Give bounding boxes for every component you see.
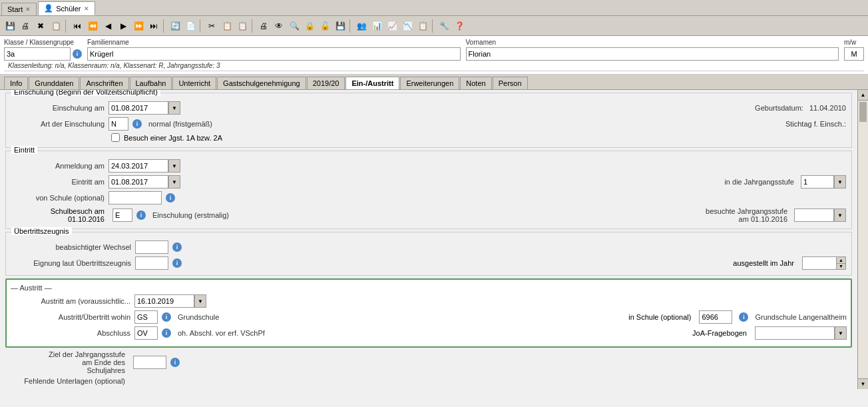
- eintritt-am-input[interactable]: [108, 175, 168, 189]
- eintritt-am-dropdown[interactable]: ▼: [168, 175, 180, 189]
- jahrgangsstufe-input-group: ▼: [801, 175, 846, 189]
- tab-start[interactable]: Start ✕: [1, 3, 37, 15]
- klasse-info-btn[interactable]: i: [73, 49, 82, 59]
- joa-input[interactable]: [755, 326, 835, 340]
- austritt-am-input[interactable]: [134, 294, 194, 308]
- tab-ein-austritt[interactable]: Ein-/Austritt: [345, 77, 399, 89]
- toolbar-lock[interactable]: 🔒: [302, 19, 317, 33]
- anmeldung-am-input[interactable]: [108, 159, 168, 173]
- toolbar-refresh[interactable]: 🔄: [168, 19, 182, 33]
- mw-input[interactable]: [844, 47, 864, 61]
- ausgestellt-input[interactable]: [803, 257, 836, 269]
- jahrgangsstufe-dropdown[interactable]: ▼: [834, 175, 846, 189]
- toolbar-chart2[interactable]: 📈: [385, 19, 399, 33]
- scrollbar[interactable]: ▲ ▼: [857, 90, 868, 389]
- art-einschulung-input[interactable]: [108, 117, 128, 131]
- tab-schueler-close[interactable]: ✕: [84, 5, 89, 12]
- toolbar-save2[interactable]: 💾: [333, 19, 347, 33]
- stichtag-label: Stichtag f. Einsch.:: [785, 120, 846, 128]
- austritt-wohin-input[interactable]: [134, 310, 158, 324]
- scroll-up[interactable]: ▲: [858, 90, 868, 101]
- toolbar-help[interactable]: ❓: [452, 19, 467, 33]
- art-einschulung-text: normal (fristgemäß): [148, 120, 212, 128]
- schulbesuch-info[interactable]: i: [136, 210, 146, 220]
- toolbar-chart1[interactable]: 📊: [369, 19, 384, 33]
- schulbesuch-input[interactable]: [112, 208, 132, 222]
- in-schule-info[interactable]: i: [739, 312, 748, 322]
- anmeldung-am-dropdown[interactable]: ▼: [168, 159, 180, 173]
- einschulung-am-dropdown[interactable]: ▼: [168, 101, 180, 115]
- beabsichtigter-wechsel-input[interactable]: [135, 240, 168, 254]
- ausgestellt-spin-down[interactable]: ▼: [836, 264, 845, 270]
- tab-start-close[interactable]: ✕: [25, 6, 31, 13]
- toolbar-delete[interactable]: ✖: [33, 19, 48, 33]
- toolbar-first[interactable]: ⏮: [70, 19, 85, 33]
- austritt-am-dropdown[interactable]: ▼: [194, 294, 206, 308]
- toolbar-users[interactable]: 👥: [354, 19, 369, 33]
- joa-dropdown[interactable]: ▼: [835, 326, 847, 340]
- tab-2019-20[interactable]: 2019/20: [307, 77, 345, 89]
- main-content: Einschulung (Beginn der Vollzeitschulpfl…: [0, 90, 857, 389]
- mw-field-group: m/w: [844, 39, 864, 61]
- klasse-input[interactable]: [4, 47, 71, 61]
- jahrgangsstufe-input[interactable]: [801, 175, 834, 189]
- besuch-checkbox[interactable]: [111, 133, 120, 142]
- tab-anschriften[interactable]: Anschriften: [80, 77, 128, 89]
- toolbar-next[interactable]: ▶: [116, 19, 130, 33]
- tab-person[interactable]: Person: [493, 77, 528, 89]
- ziel-input[interactable]: [133, 356, 166, 369]
- toolbar-last[interactable]: ⏭: [146, 19, 161, 33]
- app-tab-bar: Start ✕ 👤 Schüler ✕: [0, 0, 868, 16]
- besuch-checkbox-label: Besuch einer Jgst. 1A bzw. 2A: [124, 134, 222, 142]
- toolbar-print2[interactable]: 🖨: [256, 19, 271, 33]
- von-schule-info[interactable]: i: [166, 193, 175, 203]
- toolbar-new[interactable]: 📄: [183, 19, 198, 33]
- toolbar-unlock[interactable]: 🔓: [318, 19, 332, 33]
- in-schule-text: Grundschule Langenaltheim: [755, 313, 847, 321]
- eignung-info[interactable]: i: [172, 258, 182, 268]
- toolbar-cut[interactable]: ✂: [204, 19, 219, 33]
- toolbar-search[interactable]: 🔍: [287, 19, 302, 33]
- toolbar-paste[interactable]: 📋: [235, 19, 250, 33]
- schueler-icon: 👤: [44, 4, 53, 13]
- in-schule-input[interactable]: [699, 310, 732, 324]
- ausgestellt-spin-up[interactable]: ▲: [836, 257, 845, 264]
- tab-info[interactable]: Info: [4, 77, 28, 89]
- tab-noten[interactable]: Noten: [460, 77, 491, 89]
- ausgestellt-spin-btns: ▲ ▼: [836, 257, 845, 269]
- scroll-thumb[interactable]: [859, 102, 867, 122]
- tab-schueler[interactable]: 👤 Schüler ✕: [38, 1, 95, 15]
- eignung-input[interactable]: [135, 256, 168, 270]
- tab-erweiterungen[interactable]: Erweiterungen: [400, 77, 459, 89]
- art-einschulung-info[interactable]: i: [132, 119, 142, 129]
- toolbar-save[interactable]: 💾: [3, 19, 17, 33]
- tab-gastschulgenehmigung[interactable]: Gastschulgenehmigung: [217, 77, 306, 89]
- toolbar-settings[interactable]: 🔧: [437, 19, 451, 33]
- toolbar-prev-page[interactable]: ⏪: [85, 19, 100, 33]
- ziel-info[interactable]: i: [170, 358, 180, 367]
- toolbar-next-page[interactable]: ⏩: [131, 19, 146, 33]
- toolbar-chart3[interactable]: 📉: [400, 19, 415, 33]
- tab-unterricht[interactable]: Unterricht: [172, 77, 216, 89]
- toolbar-print[interactable]: 🖨: [18, 19, 33, 33]
- austritt-wohin-info[interactable]: i: [162, 312, 171, 322]
- toolbar-copy2[interactable]: 📋: [220, 19, 234, 33]
- beabsichtigter-wechsel-info[interactable]: i: [172, 242, 182, 252]
- abschluss-info[interactable]: i: [162, 328, 171, 338]
- familienname-input[interactable]: [87, 47, 461, 61]
- toolbar-view[interactable]: 👁: [272, 19, 286, 33]
- vornamen-input[interactable]: [466, 47, 839, 61]
- einschulung-am-input[interactable]: [108, 101, 168, 115]
- von-schule-input[interactable]: [108, 191, 162, 204]
- besuchte-dropdown[interactable]: ▼: [834, 208, 846, 222]
- abschluss-input[interactable]: [134, 326, 158, 340]
- scroll-down[interactable]: ▼: [858, 378, 868, 389]
- besuchte-input[interactable]: [794, 208, 834, 222]
- toolbar-copy[interactable]: 📋: [49, 19, 63, 33]
- tab-grunddaten[interactable]: Grunddaten: [29, 77, 79, 89]
- schulbesuch-label-text: Schulbesuch am01.10.2016: [51, 207, 105, 223]
- abschluss-text: oh. Abschl. vor erf. VSchPf: [178, 329, 265, 337]
- toolbar-report[interactable]: 📋: [415, 19, 430, 33]
- toolbar-prev[interactable]: ◀: [101, 19, 115, 33]
- tab-laufbahn[interactable]: Laufbahn: [130, 77, 172, 89]
